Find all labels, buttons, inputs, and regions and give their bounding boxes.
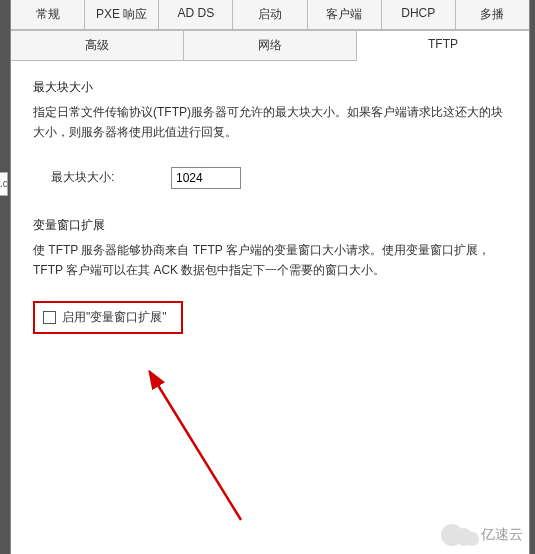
max-block-size-field-row: 最大块大小: xyxy=(33,157,507,199)
tab-dhcp[interactable]: DHCP xyxy=(382,0,456,29)
variable-window-group: 变量窗口扩展 使 TFTP 服务器能够协商来自 TFTP 客户端的变量窗口大小请… xyxy=(33,217,507,334)
max-block-size-desc: 指定日常文件传输协议(TFTP)服务器可允许的最大块大小。如果客户端请求比这还大… xyxy=(33,102,507,143)
max-block-size-input[interactable] xyxy=(171,167,241,189)
properties-dialog: 常规 PXE 响应 AD DS 启动 客户端 DHCP 多播 高级 网络 TFT… xyxy=(10,0,530,554)
max-block-size-label: 最大块大小: xyxy=(51,169,171,186)
annotation-highlight-box: 启用"变量窗口扩展" xyxy=(33,301,183,334)
max-block-size-title: 最大块大小 xyxy=(33,79,507,96)
svg-line-0 xyxy=(156,382,241,520)
left-edge-marker: .c xyxy=(0,172,8,196)
background-shade-right xyxy=(530,0,535,554)
tab-advanced[interactable]: 高级 xyxy=(11,30,184,61)
tab-network[interactable]: 网络 xyxy=(184,30,357,61)
max-block-size-group: 最大块大小 指定日常文件传输协议(TFTP)服务器可允许的最大块大小。如果客户端… xyxy=(33,79,507,199)
tab-tftp[interactable]: TFTP xyxy=(357,30,529,61)
tabs-row-2: 高级 网络 TFTP xyxy=(11,30,529,61)
cloud-icon xyxy=(441,524,477,546)
tabs-row-1: 常规 PXE 响应 AD DS 启动 客户端 DHCP 多播 xyxy=(11,0,529,30)
variable-window-title: 变量窗口扩展 xyxy=(33,217,507,234)
tab-content-tftp: 最大块大小 指定日常文件传输协议(TFTP)服务器可允许的最大块大小。如果客户端… xyxy=(11,61,529,360)
tab-general[interactable]: 常规 xyxy=(11,0,85,29)
tab-pxe-response[interactable]: PXE 响应 xyxy=(85,0,159,29)
checkbox-icon xyxy=(43,311,56,324)
tab-multicast[interactable]: 多播 xyxy=(456,0,529,29)
watermark-text: 亿速云 xyxy=(481,526,523,544)
enable-variable-window-label: 启用"变量窗口扩展" xyxy=(62,309,167,326)
variable-window-desc: 使 TFTP 服务器能够协商来自 TFTP 客户端的变量窗口大小请求。使用变量窗… xyxy=(33,240,507,281)
tab-boot[interactable]: 启动 xyxy=(233,0,307,29)
watermark: 亿速云 xyxy=(441,524,523,546)
tab-ad-ds[interactable]: AD DS xyxy=(159,0,233,29)
tab-client[interactable]: 客户端 xyxy=(308,0,382,29)
annotation-arrow-icon xyxy=(111,370,271,530)
enable-variable-window-checkbox[interactable]: 启用"变量窗口扩展" xyxy=(43,309,167,326)
background-shade-left xyxy=(0,0,10,554)
